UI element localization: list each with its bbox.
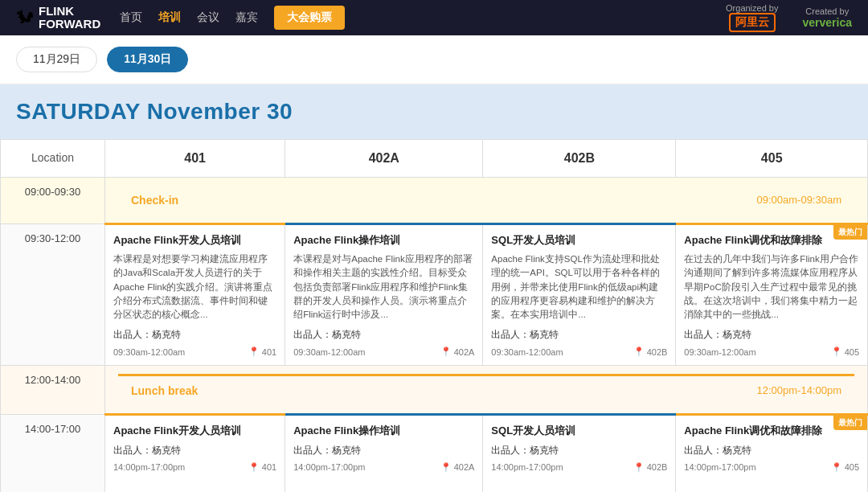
session-footer: 09:30am-12:00am 📍 401	[113, 346, 276, 357]
session-time: 09:30am-12:00am	[684, 347, 755, 357]
session-card-402b-afternoon[interactable]: SQL开发人员培训 出品人：杨克特 14:00pm-17:00pm 📍 402B	[483, 415, 676, 492]
pin-icon: 📍	[440, 462, 452, 473]
logo-icon: 🐿	[16, 7, 34, 28]
checkin-timerange: 09:00am-09:30am	[756, 194, 841, 206]
logo-text: FLINK FORWARD	[39, 5, 100, 31]
lunch-content: Lunch break 12:00pm-14:00pm	[105, 366, 868, 415]
afternoon-time: 14:00-17:00	[1, 415, 105, 492]
session-room: 📍 405	[831, 346, 859, 357]
date-tab-nov29[interactable]: 11月29日	[16, 47, 97, 72]
ververica-logo: ververica	[802, 16, 852, 29]
session-author: 出品人：杨克特	[684, 328, 859, 342]
session-title: Apache Flink开发人员培训	[113, 424, 276, 438]
pin-icon: 📍	[831, 346, 842, 357]
buy-ticket-button[interactable]: 大会购票	[274, 6, 345, 30]
pin-icon: 📍	[831, 462, 842, 473]
session-card-inner: Apache Flink操作培训 本课程是对与Apache Flink应用程序的…	[285, 225, 482, 365]
session-card-401-afternoon[interactable]: Apache Flink开发人员培训 出品人：杨克特 14:00pm-17:00…	[105, 415, 285, 492]
session-author: 出品人：杨克特	[684, 444, 859, 457]
session-title: Apache Flink操作培训	[293, 424, 474, 438]
lunch-timerange: 12:00pm-14:00pm	[756, 384, 841, 396]
navbar: 🐿 FLINK FORWARD 首页 培训 会议 嘉宾 大会购票 Organiz…	[0, 0, 868, 35]
session-room: 📍 401	[248, 462, 276, 473]
col-location: Location	[1, 140, 105, 178]
session-card-inner: SQL开发人员培训 出品人：杨克特 14:00pm-17:00pm 📍 402B	[483, 416, 675, 492]
session-time: 09:30am-12:00am	[113, 347, 185, 357]
nav-conference[interactable]: 会议	[197, 10, 219, 25]
checkin-content: Check-in 09:00am-09:30am	[105, 178, 868, 224]
lunch-row: 12:00-14:00 Lunch break 12:00pm-14:00pm	[1, 366, 868, 415]
pin-icon: 📍	[248, 462, 260, 473]
session-room: 📍 402A	[440, 462, 475, 473]
session-card-inner: Apache Flink开发人员培训 出品人：杨克特 14:00pm-17:00…	[105, 416, 285, 492]
session-title: SQL开发人员培训	[491, 233, 667, 248]
session-author: 出品人：杨克特	[491, 328, 667, 342]
session-card-405-morning[interactable]: 最热门 Apache Flink调优和故障排除 在过去的几年中我们与许多Flin…	[676, 224, 868, 366]
session-author: 出品人：杨克特	[293, 444, 474, 457]
pin-icon: 📍	[633, 346, 645, 357]
session-room: 📍 402A	[440, 346, 475, 357]
day-header: SATURDAY November 30	[0, 84, 868, 139]
session-card-inner: SQL开发人员培训 Apache Flink支持SQL作为流处理和批处理的统一A…	[483, 225, 675, 365]
session-card-402a-afternoon[interactable]: Apache Flink操作培训 出品人：杨克特 14:00pm-17:00pm…	[285, 415, 483, 492]
lunch-time: 12:00-14:00	[1, 366, 105, 415]
hot-badge: 最热门	[833, 225, 867, 240]
checkin-row: 09:00-09:30 Check-in 09:00am-09:30am	[1, 178, 868, 224]
nav-links: 首页 培训 会议 嘉宾 大会购票	[120, 6, 345, 30]
session-footer: 09:30am-12:00am 📍 402B	[491, 346, 667, 357]
session-time: 14:00pm-17:00pm	[684, 462, 755, 472]
session-title: SQL开发人员培训	[491, 424, 667, 438]
col-room-402b: 402B	[483, 140, 676, 178]
session-card-inner: 最热门 Apache Flink调优和故障排除 出品人：杨克特 14:00pm-…	[676, 416, 867, 492]
session-room: 📍 405	[831, 462, 859, 473]
pin-icon: 📍	[440, 346, 452, 357]
session-room: 📍 402B	[633, 462, 668, 473]
session-card-405-afternoon[interactable]: 最热门 Apache Flink调优和故障排除 出品人：杨克特 14:00pm-…	[676, 415, 868, 492]
session-footer: 14:00pm-17:00pm 📍 401	[113, 462, 276, 473]
session-card-inner: Apache Flink操作培训 出品人：杨克特 14:00pm-17:00pm…	[285, 416, 482, 492]
session-title: Apache Flink操作培训	[293, 233, 474, 248]
lunch-label: Lunch break	[131, 384, 198, 397]
col-room-405: 405	[676, 140, 868, 178]
hot-badge: 最热门	[833, 416, 867, 430]
session-footer: 14:00pm-17:00pm 📍 402B	[491, 462, 667, 473]
session-footer: 09:30am-12:00am 📍 405	[684, 346, 859, 357]
session-card-inner: Apache Flink开发人员培训 本课程是对想要学习构建流应用程序的Java…	[105, 225, 285, 365]
session-footer: 14:00pm-17:00pm 📍 405	[684, 462, 859, 473]
session-author: 出品人：杨克特	[491, 444, 667, 457]
navbar-right: Organized by 阿里云 Created by ververica	[726, 3, 852, 32]
alicloud-logo: 阿里云	[729, 13, 776, 32]
nav-training[interactable]: 培训	[158, 10, 181, 25]
session-card-inner: 最热门 Apache Flink调优和故障排除 在过去的几年中我们与许多Flin…	[676, 225, 867, 365]
session-author: 出品人：杨克特	[113, 444, 276, 457]
logo: 🐿 FLINK FORWARD	[16, 5, 100, 31]
session-card-401-morning[interactable]: Apache Flink开发人员培训 本课程是对想要学习构建流应用程序的Java…	[105, 224, 285, 366]
session-time: 09:30am-12:00am	[491, 347, 563, 357]
date-tab-nov30[interactable]: 11月30日	[107, 47, 188, 72]
col-room-401: 401	[105, 140, 285, 178]
session-desc: 本课程是对与Apache Flink应用程序的部署和操作相关主题的实践性介绍。目…	[293, 252, 474, 322]
session-desc: Apache Flink支持SQL作为流处理和批处理的统一API。SQL可以用于…	[491, 252, 667, 322]
session-card-402a-morning[interactable]: Apache Flink操作培训 本课程是对与Apache Flink应用程序的…	[285, 224, 483, 366]
session-time: 14:00pm-17:00pm	[491, 462, 563, 472]
pin-icon: 📍	[633, 462, 645, 473]
session-time: 14:00pm-17:00pm	[293, 462, 365, 472]
nav-speakers[interactable]: 嘉宾	[235, 10, 258, 25]
nav-home[interactable]: 首页	[120, 10, 142, 25]
created-by-block: Created by ververica	[802, 6, 852, 29]
session-room: 📍 402B	[633, 346, 668, 357]
session-room: 📍 401	[248, 346, 276, 357]
session-footer: 14:00pm-17:00pm 📍 402A	[293, 462, 474, 473]
day-title: SATURDAY November 30	[16, 99, 852, 125]
session-card-402b-morning[interactable]: SQL开发人员培训 Apache Flink支持SQL作为流处理和批处理的统一A…	[483, 224, 676, 366]
session-desc: 在过去的几年中我们与许多Flink用户合作沟通期间了解到许多将流媒体应用程序从早…	[684, 252, 859, 322]
organized-by-block: Organized by 阿里云	[726, 3, 778, 32]
session-desc: 本课程是对想要学习构建流应用程序的Java和Scala开发人员进行的关于Apac…	[113, 252, 276, 322]
checkin-time: 09:00-09:30	[1, 178, 105, 224]
session-time: 14:00pm-17:00pm	[113, 462, 185, 472]
morning-time: 09:30-12:00	[1, 224, 105, 366]
afternoon-sessions-row: 14:00-17:00 Apache Flink开发人员培训 出品人：杨克特 1…	[1, 415, 868, 492]
col-room-402a: 402A	[285, 140, 483, 178]
session-title: Apache Flink开发人员培训	[113, 233, 276, 248]
morning-sessions-row: 09:30-12:00 Apache Flink开发人员培训 本课程是对想要学习…	[1, 224, 868, 366]
